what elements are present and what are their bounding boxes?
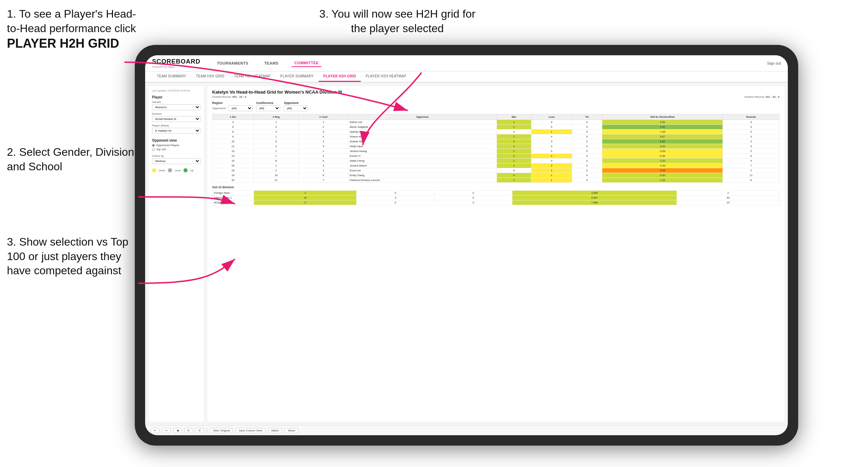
td-diff: 0.30 <box>602 173 723 178</box>
td-loss: 0 <box>531 139 572 144</box>
main-table: # Div # Reg # Conf Opponent Win Loss Tie… <box>212 114 780 183</box>
td-diff: -0.94 <box>602 163 723 168</box>
colour-select[interactable]: Win/loss <box>152 158 200 164</box>
td-div: 16 <box>213 163 254 168</box>
sub-nav-player-summary[interactable]: PLAYER SUMMARY <box>275 72 319 82</box>
td-rounds: 3 <box>723 125 780 130</box>
td-tie: 0 <box>572 178 602 183</box>
table-row: 11 2 5 Heejo Hyun 1 0 0 3.33 3 <box>213 144 780 149</box>
radio-top100[interactable]: Top 100 <box>152 148 200 151</box>
sub-nav-team-h2h[interactable]: TEAM H2H GRID <box>191 72 229 82</box>
player-select[interactable]: 8. Katelyn Vo <box>152 128 200 134</box>
division-select[interactable]: NCAA Division III NCAA Division I NCAA D… <box>152 116 200 122</box>
td-opponent: Stella Cheng <box>348 159 497 163</box>
player-section: Player <box>152 95 200 99</box>
td-reg: 1 <box>254 120 299 125</box>
table-body: 3 1 1 Esther Lee 1 0 0 1.50 4 5 2 2 Alex… <box>213 120 780 183</box>
td-loss: 2 <box>531 163 572 168</box>
sign-out-link[interactable]: Sign out <box>767 61 781 65</box>
td-diff: -5.00 <box>602 168 723 173</box>
ood-win: 15 <box>254 196 357 200</box>
th-conf: # Conf <box>299 114 348 120</box>
ood-loss: 0 <box>357 200 435 205</box>
td-tie: 0 <box>572 144 602 149</box>
watch-btn[interactable]: Watch <box>268 428 282 433</box>
td-rounds: 4 <box>723 159 780 163</box>
td-conf: 3 <box>299 163 348 168</box>
td-win: 2 <box>497 139 531 144</box>
td-diff: -1.00 <box>602 130 723 134</box>
ood-label: NAIA Division 1 <box>213 196 254 200</box>
td-win: 1 <box>497 144 531 149</box>
save-custom-btn[interactable]: Save Custom View <box>236 428 265 433</box>
td-diff: 3.33 <box>602 144 723 149</box>
ood-table: Foreign Team 1 0 0 4.500 2 NAIA Division… <box>212 190 780 205</box>
conference-filter: Conference (All) <box>256 101 280 111</box>
sub-nav: TEAM SUMMARY TEAM H2H GRID TEAM H2H HEAT… <box>145 72 788 83</box>
sub-nav-team-heatmap[interactable]: TEAM H2H HEATMAP <box>229 72 275 82</box>
division-label: Division <box>152 112 200 115</box>
td-opponent: Jessica Mason <box>348 163 497 168</box>
gender-select[interactable]: Women's Men's <box>152 104 200 110</box>
td-div: 15 <box>213 159 254 163</box>
separator1 <box>207 428 207 433</box>
td-conf: 3 <box>299 130 348 134</box>
table-row: 3 1 1 Esther Lee 1 0 0 1.50 4 <box>213 120 780 125</box>
ood-table-row: Foreign Team 1 0 0 4.500 2 <box>213 191 780 196</box>
nav-right: Sign out <box>767 61 781 65</box>
td-diff: -3.00 <box>602 149 723 154</box>
player-rank-label: Player (Rank) <box>152 124 200 127</box>
td-win: 2 <box>497 178 531 183</box>
ood-label: NCAA Division 2 <box>213 200 254 205</box>
region-filter: Region Opponents: (All) <box>212 101 253 111</box>
nav-tournaments[interactable]: TOURNAMENTS <box>214 60 251 67</box>
out-of-division-header: Out of division <box>212 185 780 189</box>
td-loss: 1 <box>531 173 572 178</box>
td-reg: 1 <box>254 134 299 139</box>
colour-up <box>183 168 188 172</box>
td-loss: 1 <box>531 178 572 183</box>
td-opponent: Federica Domecq Lacroze <box>348 178 497 183</box>
ood-rounds: 30 <box>677 196 779 200</box>
th-loss: Loss <box>531 114 572 120</box>
td-reg: 7 <box>254 154 299 159</box>
back-btn[interactable]: ◀ <box>173 428 182 433</box>
conference-select[interactable]: (All) <box>256 105 280 111</box>
opponent-select[interactable]: (All) <box>284 105 308 111</box>
table-row: 19 10 6 Emily Chang 4 1 0 0.30 11 <box>213 173 780 178</box>
td-loss: 0 <box>531 120 572 125</box>
region-opponents-select[interactable]: (All) <box>228 105 253 111</box>
share-btn[interactable]: Share <box>285 428 298 433</box>
ood-tie: 0 <box>434 196 512 200</box>
td-reg: 6 <box>254 139 299 144</box>
td-div: 6 <box>213 130 254 134</box>
ood-tie: 0 <box>434 191 512 196</box>
radio-opponents-played[interactable]: Opponents Played <box>152 144 200 147</box>
sub-nav-team-summary[interactable]: TEAM SUMMARY <box>152 72 191 82</box>
td-win: 2 <box>497 154 531 159</box>
td-opponent: Sharon Mun <box>348 134 497 139</box>
content-title: Katelyn Vo Head-to-Head Grid for Women's… <box>212 89 780 95</box>
td-conf: 4 <box>299 154 348 159</box>
td-rounds: 11 <box>723 173 780 178</box>
nav-committee[interactable]: COMMITTEE <box>292 59 322 67</box>
refresh-btn[interactable]: ↺ <box>195 428 204 433</box>
redo-btn[interactable]: ↪ <box>162 428 171 433</box>
copy-btn[interactable]: ⎘ <box>185 428 192 433</box>
view-original-btn[interactable]: View: Original <box>210 428 233 433</box>
td-rounds: 9 <box>723 154 780 159</box>
undo-btn[interactable]: ↩ <box>151 428 159 433</box>
sub-nav-player-h2h[interactable]: PLAYER H2H GRID <box>319 72 361 82</box>
td-reg: 2 <box>254 125 299 130</box>
sub-nav-player-heatmap[interactable]: PLAYER H2H HEATMAP <box>361 72 411 82</box>
nav-teams[interactable]: TEAMS <box>262 60 281 67</box>
instruction-step2: 2. Select Gender, Division and School <box>7 145 138 174</box>
colour-down <box>152 168 156 172</box>
content-area: Katelyn Vo Head-to-Head Grid for Women's… <box>207 86 784 422</box>
td-win: 4 <box>497 173 531 178</box>
tablet-screen: SCOREBOARD Powered by clippd TOURNAMENTS… <box>145 55 788 435</box>
td-tie: 0 <box>572 168 602 173</box>
ood-tie: 0 <box>434 200 512 205</box>
logo-area: SCOREBOARD Powered by clippd <box>152 58 200 68</box>
td-diff: 4.00 <box>602 139 723 144</box>
